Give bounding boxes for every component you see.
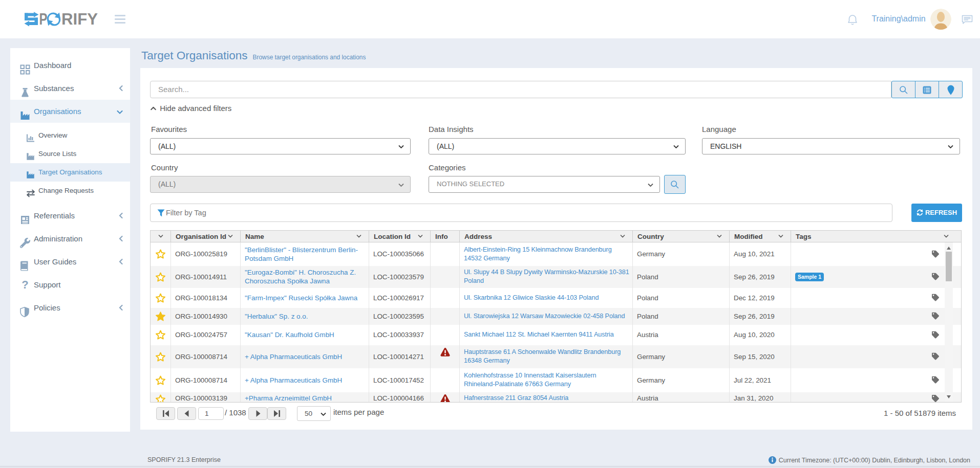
svg-text:RIFY: RIFY	[61, 10, 98, 28]
svg-text:P: P	[39, 10, 48, 28]
